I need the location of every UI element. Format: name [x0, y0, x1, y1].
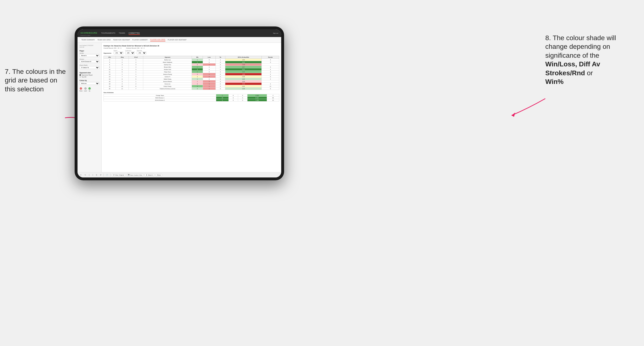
- step-fwd-btn[interactable]: ⟩: [92, 174, 94, 176]
- cell-div: 10: [104, 68, 116, 71]
- cell-loss: 1: [203, 73, 216, 75]
- table-row: 6 3 3 Sydney Kuo 0 1 0 -1.00: [104, 63, 279, 66]
- filter-row: Opponents: Region (All) Conference (All): [104, 50, 279, 54]
- sub-nav-team-summary[interactable]: TEAM SUMMARY: [81, 38, 95, 41]
- bottom-toolbar: ↩ ↪ ⟨ ⟩ ⎘ ↺ 🕐 👁 View: Original 💾 Save Cu…: [78, 172, 281, 177]
- cell-conf: 7: [129, 88, 143, 90]
- cell-win: 1: [192, 78, 203, 80]
- sub-nav-player-h2h-grid[interactable]: PLAYER H2H GRID: [150, 38, 166, 41]
- colour-indicators: Down Level Up: [80, 87, 100, 92]
- sub-nav-player-h2h-heatmap[interactable]: PLAYER H2H HEATMAP: [168, 38, 186, 41]
- ood-cell-tie: 0: [238, 94, 247, 97]
- col-win: Win: [192, 56, 203, 59]
- nav-links: TOURNAMENTS TEAMS COMMITTEE: [101, 32, 273, 35]
- right-bold2: or: [587, 69, 593, 77]
- sign-out-link[interactable]: Sign out: [273, 32, 278, 34]
- radio-opponents-played[interactable]: Opponents Played: [80, 74, 100, 76]
- cell-win: 2: [192, 68, 203, 71]
- ood-cell-diff: 9.267: [247, 97, 267, 99]
- cell-conf: 2: [129, 61, 143, 63]
- copy-btn[interactable]: ⎘: [95, 174, 98, 176]
- cell-reg: 6: [116, 71, 128, 73]
- nav-committee[interactable]: COMMITTEE: [128, 32, 140, 35]
- cell-reg: 7: [116, 75, 128, 78]
- opponent-view-title: Opponent view: [80, 72, 100, 74]
- radio-top100[interactable]: Top 100: [80, 76, 100, 78]
- filter-region-group: Region (All): [114, 50, 123, 54]
- player-rank-select[interactable]: 8. Katelyn Vo: [80, 66, 100, 69]
- sidebar-timestamp: Last Updated: 27/03/2024 16:55:38: [80, 45, 100, 48]
- cell-win: 1: [192, 61, 203, 63]
- cell-tie: 0: [216, 61, 225, 63]
- division-select[interactable]: NCAA Division III: [80, 60, 100, 63]
- undo-btn[interactable]: ↩: [80, 174, 82, 176]
- gender-select[interactable]: Women's: [80, 54, 100, 57]
- nav-teams[interactable]: TEAMS: [119, 32, 125, 35]
- filter-conference-select[interactable]: (All): [125, 51, 135, 54]
- filter-opponent-label: Opponent: [137, 50, 146, 51]
- cell-loss: 1: [203, 85, 216, 88]
- cell-win: 2: [192, 88, 203, 90]
- radio-dot-opponents: [80, 74, 81, 76]
- ood-cell-win: 1: [216, 94, 228, 97]
- watch-btn[interactable]: 👁 Watch ▾: [145, 173, 154, 176]
- filter-region-label: Region: [114, 50, 123, 51]
- sub-nav-team-h2h-heatmap[interactable]: TEAM H2H HEATMAP: [113, 38, 130, 41]
- redo-btn[interactable]: ↪: [84, 174, 87, 176]
- filter-region-select[interactable]: (All): [114, 51, 123, 54]
- cell-conf: 1: [129, 73, 143, 75]
- cell-win: 1: [192, 66, 203, 68]
- cell-div: 18: [104, 83, 116, 85]
- filter-opponent-select[interactable]: (All): [137, 51, 146, 54]
- watch-icon: 👁: [146, 174, 147, 176]
- filter-opponent-group: Opponent (All): [137, 50, 146, 54]
- view-original-btn[interactable]: 👁 View: Original: [112, 174, 125, 176]
- cell-rounds: [262, 80, 279, 83]
- cell-tie: 0: [216, 83, 225, 85]
- sidebar-player-title: Player: [80, 50, 100, 52]
- ood-cell-rounds: 10: [267, 99, 279, 101]
- ood-cell-tie: 0: [238, 99, 247, 101]
- cell-tie: 0: [216, 68, 225, 71]
- clock-btn[interactable]: 🕐: [105, 174, 109, 176]
- cell-opponent: Jessica Huang: [143, 73, 192, 75]
- colour-dot-level: [84, 87, 87, 90]
- colour-label-level: Level: [84, 90, 87, 92]
- radio-dot-top100: [80, 76, 81, 78]
- save-custom-btn[interactable]: 💾 Save Custom View: [127, 173, 144, 176]
- right-annotation: 8. The colour shade will change dependin…: [545, 34, 637, 86]
- cell-conf: 4: [129, 66, 143, 68]
- refresh-btn[interactable]: ↺: [99, 174, 102, 176]
- table-row: 3 1 1 Esther Lee 1 0 1 1.50 4: [104, 59, 279, 61]
- table-row: 18 2 2 Euna Lee 0 1 0 -5.00 2: [104, 83, 279, 85]
- out-of-division-label: Out of division: [104, 92, 279, 93]
- sidebar-player-rank-label: Player (Rank): [80, 64, 100, 66]
- cell-loss: 0: [203, 61, 216, 63]
- colour-down: Down: [80, 87, 82, 92]
- cell-tie: 0: [216, 71, 225, 73]
- ood-cell-win: 5: [216, 99, 228, 101]
- cell-win: 1: [192, 80, 203, 83]
- nav-right: Sign out: [273, 32, 278, 34]
- step-back-btn[interactable]: ⟨: [88, 174, 90, 176]
- col-reg: #Reg: [116, 56, 128, 59]
- cell-opponent: Andrea York: [143, 68, 192, 71]
- share-btn[interactable]: Share: [156, 174, 162, 176]
- toolbar-divider2: [110, 173, 110, 176]
- sub-nav-player-summary[interactable]: PLAYER SUMMARY: [132, 38, 148, 41]
- colour-by-select[interactable]: Win/Loss: [80, 82, 100, 85]
- logo-sub: Powered by clippd: [80, 35, 97, 36]
- sub-nav-team-h2h-grid[interactable]: TEAM H2H GRID: [98, 38, 111, 41]
- cell-loss: 1: [203, 63, 216, 66]
- cell-conf: 1: [129, 71, 143, 73]
- col-rounds: Rounds: [262, 56, 279, 59]
- cell-diff: -1.00: [225, 63, 262, 66]
- cell-div: 5: [104, 61, 116, 63]
- cell-reg: 3: [116, 63, 128, 66]
- cell-rounds: 2: [262, 73, 279, 75]
- nav-tournaments[interactable]: TOURNAMENTS: [101, 32, 115, 35]
- col-diff: Diff Av Strokes/Rnd: [225, 56, 262, 59]
- cell-tie: 0: [216, 66, 225, 68]
- cell-div: 9: [104, 66, 116, 68]
- cell-win: 4: [192, 85, 203, 88]
